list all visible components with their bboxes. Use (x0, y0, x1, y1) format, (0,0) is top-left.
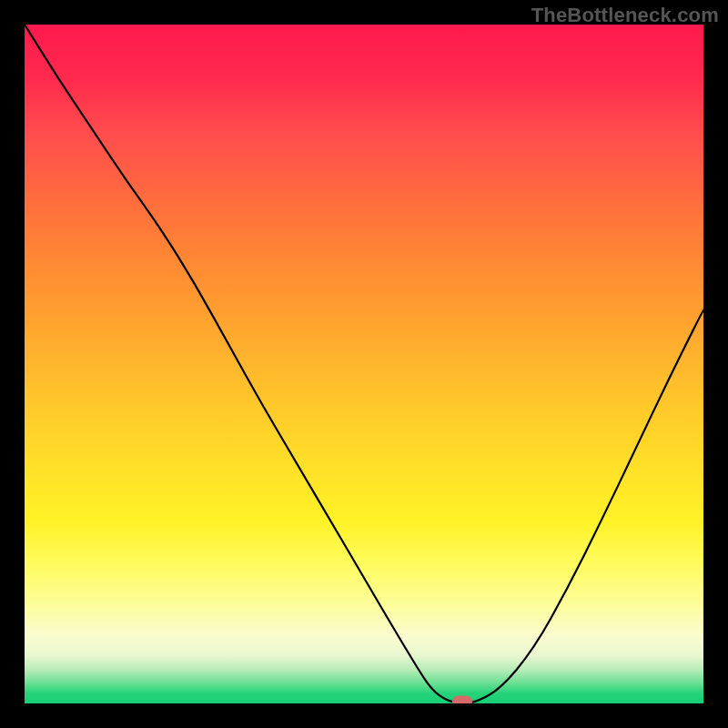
chart-frame: TheBottleneck.com (0, 0, 728, 728)
watermark-text: TheBottleneck.com (531, 4, 719, 27)
plot-area (25, 25, 703, 703)
curve-path (25, 25, 703, 703)
bottleneck-curve (25, 25, 703, 703)
optimal-marker (452, 696, 472, 704)
